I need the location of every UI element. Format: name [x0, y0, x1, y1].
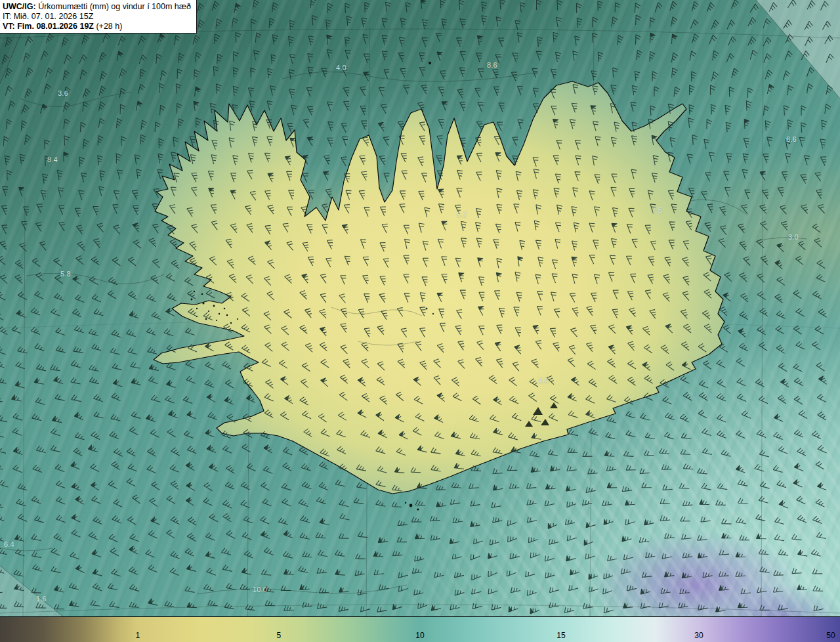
colorbar-label: 30	[694, 631, 703, 640]
contour-label: 1.6	[36, 595, 47, 603]
init-time: IT: Mið. 07. 01. 2026 15Z	[3, 12, 93, 21]
contour-label: 4.6	[538, 377, 549, 385]
map-canvas	[0, 0, 840, 617]
contour-label: 6.4	[4, 540, 14, 548]
title-box: UWC/IG: Úrkomumætti (mm) og vindur í 100…	[0, 0, 197, 33]
contour-label: 8.4	[47, 156, 58, 163]
contour-label: 7.5	[652, 206, 662, 214]
contour-label: 3.0	[788, 233, 799, 241]
title-line-model: UWC/IG: Úrkomumætti (mm) og vindur í 100…	[3, 1, 191, 11]
colorbar-label: 15	[556, 631, 565, 640]
colorbar-label: 5	[277, 631, 282, 640]
title-line-valid: VT: Fim. 08.01.2026 19Z (+28 h)	[3, 21, 191, 31]
contour-label: 5.8	[60, 270, 71, 278]
contour-label: 5.2	[457, 211, 467, 219]
iceland-coastline	[154, 81, 724, 494]
valid-time: VT: Fim. 08.01.2026 19Z	[3, 22, 94, 31]
screenshot-root: 4.08.63.68.46.67.53.05.25.84.66.410.01.6…	[0, 0, 840, 642]
contour-label: 8.6	[487, 61, 497, 69]
contour-label: 10.0	[253, 586, 267, 593]
contour-label: 3.6	[58, 89, 68, 97]
model-title: Úrkomumætti (mm) og vindur í 100m hæð	[36, 2, 191, 11]
colorbar-label: 10	[415, 631, 424, 640]
colorbar-label: 1	[136, 631, 140, 640]
contour-label: 4.0	[336, 64, 346, 72]
model-label: UWC/IG:	[3, 2, 36, 11]
contour-label: 6.6	[786, 135, 797, 143]
title-line-init: IT: Mið. 07. 01. 2026 15Z	[3, 11, 191, 21]
valid-time-offset: (+28 h)	[94, 22, 122, 31]
colorbar-label: 50	[826, 631, 835, 640]
colorbar: 1510153050	[0, 616, 840, 642]
weather-map: 4.08.63.68.46.67.53.05.25.84.66.410.01.6…	[0, 0, 840, 617]
